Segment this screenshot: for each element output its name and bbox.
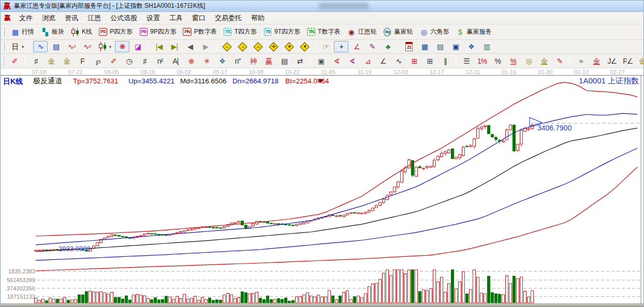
price-grid[interactable]: ♯ [137, 55, 152, 67]
brush[interactable]: ✎ [552, 55, 567, 67]
menu-item-3[interactable]: 江恩 [83, 13, 106, 23]
gold-angle[interactable]: 金∠ [636, 55, 644, 67]
crosshair-tool[interactable]: + [334, 41, 348, 52]
toolbar-grip[interactable] [3, 56, 4, 66]
kline[interactable]: K线 [68, 26, 95, 38]
wave-3[interactable]: ∿3 [64, 41, 79, 52]
gold-ruler-1[interactable]: 金 [44, 55, 58, 67]
expand-both[interactable]: ↔ [251, 41, 265, 52]
gold-underline[interactable]: 金 [589, 55, 604, 67]
menu-item-8[interactable]: 交易委托 [210, 13, 246, 23]
winner-tool[interactable]: 赢 [261, 55, 276, 67]
step-back[interactable]: ◀ [183, 41, 197, 52]
gann-circle[interactable]: ⊕ [184, 55, 198, 67]
smart-tool[interactable]: ♣ [380, 41, 395, 52]
menu-item-6[interactable]: 工具 [165, 13, 187, 23]
menu-item-9[interactable]: 帮助 [246, 13, 269, 23]
t-square[interactable]: TST四方形 [221, 26, 259, 38]
menu-logo-icon[interactable]: 赢 [4, 13, 11, 23]
menu-item-1[interactable]: 浏览 [37, 13, 60, 23]
t9-square[interactable]: T99T四方形 [260, 26, 303, 38]
star-burst[interactable]: ✳ [199, 55, 214, 67]
sectors[interactable]: ▚板块 [38, 26, 67, 38]
menu-item-4[interactable]: 公式选股 [106, 13, 142, 23]
wave-mark[interactable]: n″ [230, 55, 245, 67]
menu-item-7[interactable]: 窗口 [187, 13, 210, 23]
f-angle[interactable]: F∠ [620, 55, 635, 67]
magic-tool[interactable]: 神 [246, 55, 260, 67]
p9-square[interactable]: P99P四方形 [136, 26, 179, 38]
hexagon[interactable]: ◎六角形 [416, 26, 451, 38]
gann-fan[interactable]: ∢ [329, 55, 344, 67]
mark-pen[interactable]: ✐ [106, 55, 121, 67]
wave-overlay[interactable]: ≈ [574, 55, 588, 67]
gann-grid[interactable]: ♯ [28, 55, 43, 67]
parallel-lines[interactable]: ∥ [438, 55, 452, 67]
period-daily[interactable]: 日▾ [8, 41, 26, 52]
gann-flower[interactable]: ❋ [115, 41, 129, 52]
save[interactable]: ▣ [448, 41, 463, 52]
percent[interactable]: % [490, 55, 505, 67]
zigzag[interactable]: ∿ [391, 55, 406, 67]
gann-wheel[interactable]: ◉江恩轮 [344, 26, 379, 38]
jump-last[interactable]: ▶| [167, 41, 182, 52]
status-bar[interactable] [1, 303, 643, 307]
step-forward[interactable]: ▶ [198, 41, 213, 52]
p-square[interactable]: PSP四方形 [96, 26, 135, 38]
candle-style[interactable]: ▾ [95, 41, 114, 52]
quotes[interactable]: ▦行情 [8, 26, 37, 38]
trend-grid[interactable]: ⊞ [422, 55, 437, 67]
span-measure[interactable]: ⇄ [292, 55, 307, 67]
gold-level[interactable]: 金 [537, 55, 551, 67]
winner-service[interactable]: $赢家服务 [452, 26, 494, 38]
eraser-pen[interactable]: ✐ [7, 55, 22, 67]
toolbar-grip[interactable] [3, 42, 5, 51]
volume-distribution[interactable]: ◪ [130, 41, 145, 52]
trend-view[interactable]: ∿ [33, 41, 48, 52]
rect-select[interactable]: ▣ [314, 55, 328, 67]
gold-ruler-2[interactable]: 金 [60, 55, 74, 67]
kline-chart[interactable]: 07-0807-2208-0508-1909-0209-1710-0810-22… [1, 68, 644, 303]
expand-left[interactable]: ← [219, 41, 234, 52]
calculator[interactable]: ▦ [417, 41, 432, 52]
volume-bar [277, 299, 280, 303]
angle-measure[interactable]: ∠ [349, 41, 364, 52]
j-angle[interactable]: J∠ [605, 55, 619, 67]
gold-circle[interactable]: ◎ [521, 55, 536, 67]
measure-ruler[interactable]: ▤ [277, 55, 291, 67]
pan-tool[interactable]: ☞ [318, 41, 333, 52]
spiral[interactable]: ℘ [91, 55, 105, 67]
fib-grid[interactable]: ⊞ [407, 55, 421, 67]
memo[interactable]: ▤ [433, 41, 447, 52]
candle-body [288, 225, 291, 225]
wave-9[interactable]: ∿9 [80, 41, 94, 52]
fib-fan[interactable]: ∢ [345, 55, 359, 67]
angle-lines[interactable]: ∠ [376, 55, 390, 67]
calendar[interactable]: 21 [402, 41, 416, 52]
time-cycle[interactable]: ◷ [122, 55, 136, 67]
remote-pc[interactable]: ▥ [479, 41, 494, 52]
network[interactable]: ❖ [464, 41, 478, 52]
compress-view[interactable]: ✛ [266, 41, 281, 52]
text-note[interactable]: A| [168, 55, 183, 67]
t-number-table[interactable]: TNT数字表 [304, 26, 343, 38]
menu-item-0[interactable]: 文件 [14, 13, 37, 23]
draw-tool[interactable]: ✎ [365, 41, 379, 52]
grid-star[interactable]: ❖ [215, 55, 229, 67]
menu-item-5[interactable]: 设置 [142, 13, 165, 23]
jump-first[interactable]: |◀ [152, 41, 166, 52]
fan-box[interactable]: ⊿ [360, 55, 375, 67]
square-of-nine[interactable]: n² [153, 55, 167, 67]
f10-info[interactable]: ▤ [49, 41, 63, 52]
zoom-out[interactable]: ✦ [297, 41, 312, 52]
fib-time[interactable]: F [75, 55, 90, 67]
toolbar-grip[interactable] [3, 27, 5, 37]
expand-right[interactable]: → [235, 41, 250, 52]
menu-item-2[interactable]: 资讯 [60, 13, 83, 23]
price-ladder[interactable]: ☰ [459, 55, 474, 67]
winner-wheel[interactable]: Big赢家轮 [380, 26, 415, 38]
percent-line[interactable]: % [506, 55, 520, 67]
zoom-in[interactable]: ✦ [282, 41, 296, 52]
fib-retrace[interactable]: 1% [475, 55, 489, 67]
p-number-table[interactable]: PNP数字表 [180, 26, 219, 38]
